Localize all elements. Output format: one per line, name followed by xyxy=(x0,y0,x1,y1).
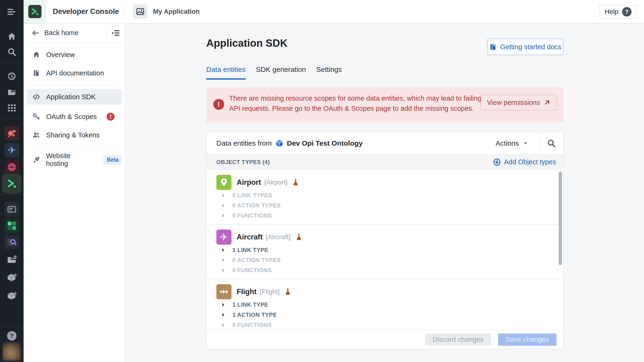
search-icon xyxy=(547,139,556,148)
object-type-block: Airport[Airport]0 LINK TYPES0 ACTION TYP… xyxy=(206,170,563,224)
save-changes-button[interactable]: Save changes xyxy=(498,334,556,346)
expandable-row-link-types[interactable]: 0 LINK TYPES xyxy=(216,190,563,200)
collapse-sidebar-icon[interactable] xyxy=(112,29,120,37)
globe-app-icon[interactable] xyxy=(4,160,19,174)
list-scrollbar[interactable] xyxy=(559,171,562,265)
plus-circle-icon xyxy=(493,158,501,166)
package-star-icon[interactable]: ★ xyxy=(7,274,16,283)
beta-badge: Beta xyxy=(103,155,122,165)
sidebar-item-label: Overview xyxy=(46,51,75,59)
expandable-row-label: 1 ACTION TYPE xyxy=(232,312,277,318)
history-icon[interactable] xyxy=(8,72,16,81)
expandable-row-functions[interactable]: 0 FUNCTIONS xyxy=(216,265,563,275)
getting-started-docs-button[interactable]: Getting started docs xyxy=(487,39,564,55)
sidebar-item-application-sdk[interactable]: Application SDK xyxy=(27,89,122,105)
expandable-row-label: 0 ACTION TYPES xyxy=(232,257,281,264)
card-app-icon[interactable] xyxy=(4,202,19,216)
folder-star-icon[interactable]: ★ xyxy=(7,255,16,264)
manual-icon xyxy=(32,70,40,76)
view-permissions-button[interactable]: View permissions xyxy=(481,95,557,110)
view-permissions-label: View permissions xyxy=(487,99,540,106)
sidebar-item-sharing-tokens[interactable]: Sharing & Tokens xyxy=(27,127,122,143)
ontology-cube-icon xyxy=(275,139,284,148)
star-glyph: ★ xyxy=(12,253,18,260)
airplane-glyph: ✈ xyxy=(8,145,16,156)
chevron-down-icon xyxy=(523,141,528,146)
object-types-list: Airport[Airport]0 LINK TYPES0 ACTION TYP… xyxy=(206,170,563,330)
tab-settings[interactable]: Settings xyxy=(316,66,342,80)
tab-bar: Data entities SDK generation Settings xyxy=(206,66,342,80)
page-title: Application SDK xyxy=(206,37,288,49)
home-icon xyxy=(32,51,40,58)
sidebar-item-oauth-scopes[interactable]: OAuth & Scopes ! xyxy=(27,109,122,124)
expandable-row-label: 1 LINK TYPE xyxy=(232,247,268,253)
arrow-top-right-icon xyxy=(544,99,550,106)
flight-app-icon[interactable]: ✈ xyxy=(4,143,19,158)
question-mark-icon: ? xyxy=(622,7,632,16)
object-type-name: Flight xyxy=(237,288,256,296)
user-avatar[interactable] xyxy=(2,342,21,360)
expandable-row-functions[interactable]: 0 FUNCTIONS xyxy=(216,210,563,220)
expandable-row-action-types[interactable]: 0 ACTION TYPES xyxy=(216,200,563,210)
object-type-api-name: [Airport] xyxy=(264,179,287,186)
object-type-api-name: [Aircraft] xyxy=(266,233,290,241)
sidebar-item-overview[interactable]: Overview xyxy=(27,47,122,62)
package-star-icon-2[interactable]: ★ xyxy=(7,292,16,301)
tab-data-entities[interactable]: Data entities xyxy=(206,66,246,80)
sidebar-item-label: Website hosting xyxy=(46,152,93,168)
warning-message: There are missing resource scopes for so… xyxy=(229,93,485,114)
developer-console-logo[interactable] xyxy=(24,0,46,23)
grid-icon[interactable] xyxy=(8,104,16,112)
help-button-label: Help xyxy=(605,8,618,16)
application-image-icon xyxy=(133,4,147,18)
topbar-divider xyxy=(124,5,124,18)
caret-right-icon xyxy=(221,213,226,218)
rail-divider xyxy=(0,118,24,119)
caret-right-icon xyxy=(221,193,226,198)
actions-dropdown[interactable]: Actions xyxy=(496,132,528,154)
home-icon[interactable] xyxy=(8,32,16,41)
error-icon: ! xyxy=(213,99,224,110)
caret-right-icon xyxy=(221,268,226,273)
people-icon xyxy=(32,132,40,138)
help-button[interactable]: Help ? xyxy=(599,5,637,18)
caret-right-icon xyxy=(221,203,226,208)
ontology-app-icon[interactable] xyxy=(4,126,19,140)
developer-console-app-icon[interactable] xyxy=(2,174,22,194)
expandable-row-label: 0 FUNCTIONS xyxy=(232,212,272,219)
object-type-block: Flight[Flight]1 LINK TYPE1 ACTION TYPE0 … xyxy=(206,279,563,330)
console-sidebar: Back home Overview API documentation App… xyxy=(24,24,125,362)
sidebar-item-label: API documentation xyxy=(46,69,104,77)
search-entities-button[interactable] xyxy=(539,132,563,154)
add-object-types-button[interactable]: Add Object types xyxy=(493,158,556,166)
sidebar-header-divider xyxy=(106,27,106,39)
star-glyph: ★ xyxy=(12,272,18,278)
object-type-title-row[interactable]: Airport[Airport] xyxy=(216,175,563,190)
object-type-title-row[interactable]: ✈Aircraft[Aircraft] xyxy=(216,229,563,245)
discard-changes-button[interactable]: Discard changes xyxy=(425,334,491,346)
sidebar-item-website-hosting[interactable]: Website hosting Beta xyxy=(27,152,122,168)
back-home-button[interactable]: Back home xyxy=(24,29,78,37)
expandable-row-link-type[interactable]: 1 LINK TYPE xyxy=(216,245,563,255)
object-type-title-row[interactable]: Flight[Flight] xyxy=(216,284,563,300)
search-icon[interactable] xyxy=(8,48,16,56)
expandable-row-action-types[interactable]: 0 ACTION TYPES xyxy=(216,255,563,265)
folder-open-icon[interactable] xyxy=(8,88,16,97)
expandable-row-action-type[interactable]: 1 ACTION TYPE xyxy=(216,310,563,320)
main-content: Application SDK Getting started docs Dat… xyxy=(125,24,644,362)
tab-sdk-generation[interactable]: SDK generation xyxy=(256,66,306,80)
application-switcher[interactable]: My Application xyxy=(133,0,200,23)
menu-open-icon[interactable] xyxy=(8,8,16,16)
sidebar-item-api-documentation[interactable]: API documentation xyxy=(27,65,122,81)
object-explorer-app-icon[interactable] xyxy=(4,235,19,250)
object-type-name: Airport xyxy=(237,178,261,187)
expandable-row-functions[interactable]: 0 FUNCTIONS xyxy=(216,320,563,330)
arrow-dot-icon xyxy=(216,284,232,299)
help-icon[interactable]: ? xyxy=(6,330,17,341)
rail-divider xyxy=(0,62,24,63)
actions-label: Actions xyxy=(496,139,519,147)
developer-console-logo-icon xyxy=(28,5,42,18)
map-pin-icon xyxy=(216,175,232,190)
expandable-row-link-type[interactable]: 1 LINK TYPE xyxy=(216,300,563,310)
quadrants-app-icon[interactable] xyxy=(4,218,19,233)
